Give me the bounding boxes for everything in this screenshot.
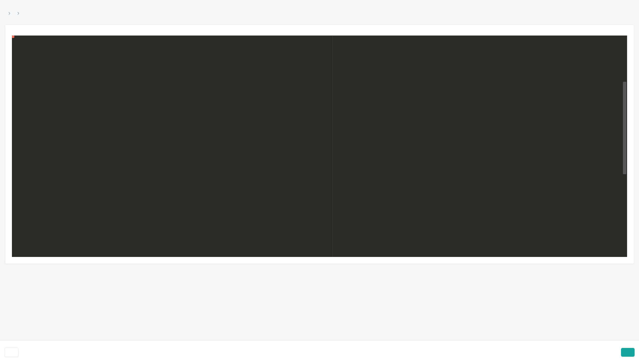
editor-code[interactable] [33, 36, 627, 257]
footer-bar [0, 341, 639, 364]
editor-gutter [12, 36, 33, 257]
breadcrumb-sep: › [8, 9, 10, 17]
breadcrumb: › › [5, 9, 634, 17]
breadcrumb-sep: › [17, 9, 20, 17]
scroll-thumb[interactable] [623, 82, 626, 174]
yaml-editor[interactable] [12, 36, 627, 257]
discard-button[interactable] [4, 348, 18, 357]
save-button[interactable] [621, 348, 634, 357]
print-margin [332, 36, 332, 257]
editor-scrollbar[interactable] [622, 36, 627, 257]
config-card [5, 24, 634, 264]
